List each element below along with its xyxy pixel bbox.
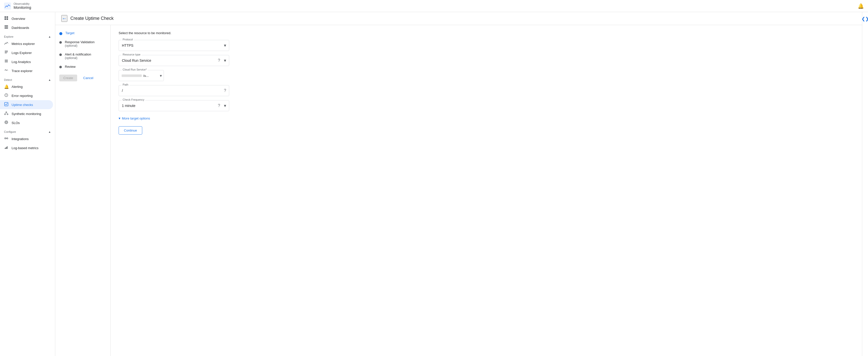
cloud-run-label: Cloud Run Service* [122,68,148,71]
sidebar-item-synthetic-monitoring[interactable]: Synthetic monitoring [0,109,53,118]
integrations-icon [4,136,8,141]
sidebar-item-alerting[interactable]: 🔔 Alerting [0,82,53,91]
steps-panel: Target Response Validation (optional) [55,25,111,356]
error-reporting-icon [4,93,8,98]
metrics-icon [4,41,8,46]
main-content: ← Create Uptime Check Target [55,12,868,356]
step-dot-response [59,41,62,44]
step-alert-sub: (optional) [65,56,91,60]
cloud-run-select[interactable] [119,70,164,81]
explore-section: Explore ▲ [0,32,55,39]
form-description: Select the resource to be monitored. [119,31,854,35]
protocol-label: Protocol [122,38,134,41]
path-help-icon: ? [224,88,226,93]
svg-line-22 [6,113,7,114]
sidebar-item-error-reporting[interactable]: Error reporting [0,91,53,100]
svg-rect-30 [7,146,7,149]
svg-rect-4 [6,18,8,20]
sidebar-item-integrations[interactable]: Integrations [0,134,53,143]
alerting-icon: 🔔 [4,84,8,89]
protocol-select-wrapper: HTTPS HTTP TCP ▾ [119,40,229,51]
svg-rect-28 [5,148,5,149]
sidebar-item-uptime-checks[interactable]: Uptime checks [0,100,53,109]
more-options-label: More target options [122,116,150,120]
sidebar-item-error-label: Error reporting [11,94,33,98]
page-header: ← Create Uptime Check [55,12,862,25]
step-actions: Create Cancel [59,75,106,81]
sidebar-item-logs-label: Logs Explorer [11,51,32,55]
back-button[interactable]: ← [61,15,67,22]
svg-line-21 [5,113,6,114]
svg-point-24 [5,121,7,123]
svg-rect-13 [5,62,8,62]
sidebar-item-log-based-metrics[interactable]: Log-based metrics [0,143,53,152]
cloud-run-service-field: Cloud Run Service* /u... ▾ [119,70,854,81]
step-dot-alert [59,54,62,56]
protocol-field: Protocol HTTPS HTTP TCP ▾ [119,40,854,51]
step-target-label: Target [65,31,74,35]
sidebar-item-logs-explorer[interactable]: Logs Explorer [0,48,53,57]
configure-section: Configure ▲ [0,127,55,134]
step-review: Review [59,65,106,69]
sidebar-item-overview[interactable]: Overview [0,14,53,23]
cancel-button[interactable]: Cancel [79,75,97,81]
svg-rect-10 [5,53,7,53]
continue-button[interactable]: Continue [119,126,142,135]
create-area: ← Create Uptime Check Target [55,12,862,356]
svg-rect-6 [4,27,8,27]
svg-rect-1 [4,16,6,18]
resource-type-label: Resource type [122,53,142,56]
svg-rect-7 [4,28,8,29]
check-frequency-select[interactable]: 1 minute 5 minutes 10 minutes 15 minutes [119,100,229,111]
sidebar-item-dashboards-label: Dashboards [11,26,29,30]
step-dot-target [59,32,62,35]
sidebar-item-trace-label: Trace explorer [11,69,32,73]
resource-type-select[interactable]: Cloud Run Service URL App Engine [119,55,229,66]
check-frequency-field: Check Frequency 1 minute 5 minutes 10 mi… [119,100,854,111]
svg-point-16 [6,96,6,96]
svg-rect-29 [6,147,6,149]
uptime-icon [4,102,8,107]
right-panel: ❮❯ [862,12,868,356]
log-analytics-icon [4,59,8,64]
overview-icon [4,16,8,21]
svg-rect-2 [6,16,8,18]
page-title: Create Uptime Check [70,16,114,21]
more-target-options-button[interactable]: ▾ More target options [119,115,150,121]
step-response-validation: Response Validation (optional) [59,40,106,47]
step-alert-notification: Alert & notification (optional) [59,52,106,60]
trace-icon [4,68,8,73]
log-metrics-icon [4,145,8,150]
resource-type-select-wrapper: Cloud Run Service URL App Engine ? ▾ [119,55,229,66]
sidebar-item-slos[interactable]: SLOs [0,118,53,127]
sidebar-item-trace-explorer[interactable]: Trace explorer [0,66,53,75]
svg-point-20 [7,114,8,115]
sidebar-item-integrations-label: Integrations [11,137,29,141]
step-target: Target [59,31,106,35]
sidebar-item-log-analytics[interactable]: Log Analytics [0,57,53,66]
step-dot-review [59,66,62,68]
sidebar-item-metrics-explorer[interactable]: Metrics explorer [0,39,53,48]
sidebar-item-overview-label: Overview [11,17,25,21]
svg-point-23 [5,121,8,124]
svg-point-25 [5,138,6,139]
svg-rect-17 [4,102,8,106]
protocol-select[interactable]: HTTPS HTTP TCP [119,40,229,51]
form-panel: Select the resource to be monitored. Pro… [111,25,862,356]
svg-point-26 [7,138,8,139]
svg-rect-5 [4,25,8,26]
path-input[interactable] [119,85,229,96]
svg-point-18 [6,112,7,113]
check-frequency-label: Check Frequency [122,98,145,101]
svg-point-19 [4,114,5,115]
sidebar-item-metrics-label: Metrics explorer [11,42,35,46]
collapse-panel-button[interactable]: ❮❯ [862,16,868,22]
app-title: Observability Monitoring [13,2,31,9]
dashboards-icon [4,25,8,30]
notification-bell-icon[interactable]: 🔔 [858,3,864,9]
sidebar-item-dashboards[interactable]: Dashboards [0,23,53,32]
configure-chevron-icon: ▲ [48,130,51,133]
sidebar-item-uptime-label: Uptime checks [11,103,33,107]
path-input-wrapper: ? [119,85,229,96]
logs-icon [4,50,8,55]
